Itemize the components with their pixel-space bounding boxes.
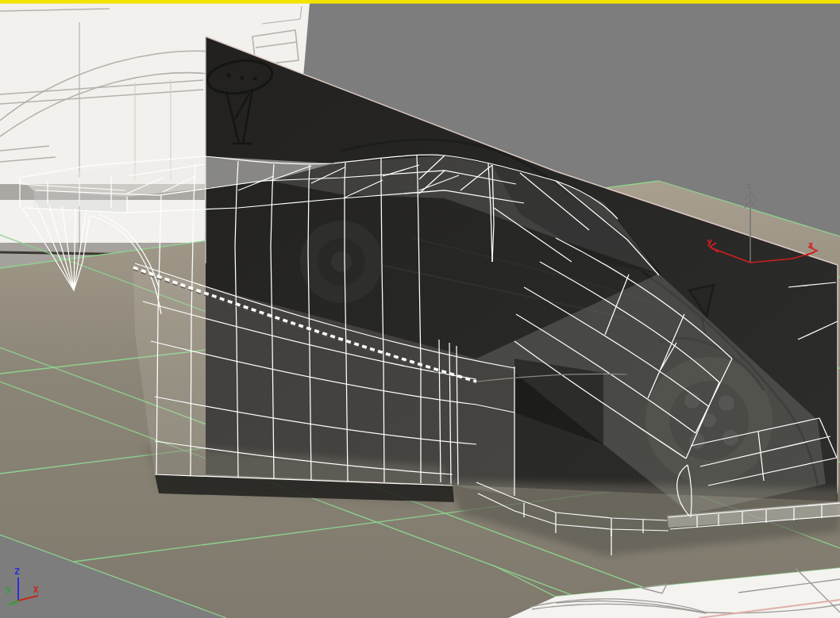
gizmo-z-label: z [746, 181, 752, 191]
active-viewport-border [0, 0, 840, 4]
viewport-canvas[interactable]: z y x Z X y [0, 0, 840, 618]
world-y-label: y [6, 584, 11, 594]
world-z-label: Z [14, 566, 20, 577]
viewport-3d[interactable]: z y x Z X y [0, 0, 840, 618]
world-x-label: X [33, 585, 39, 595]
gizmo-y-label: y [707, 236, 712, 247]
gizmo-x-label: x [808, 240, 814, 250]
